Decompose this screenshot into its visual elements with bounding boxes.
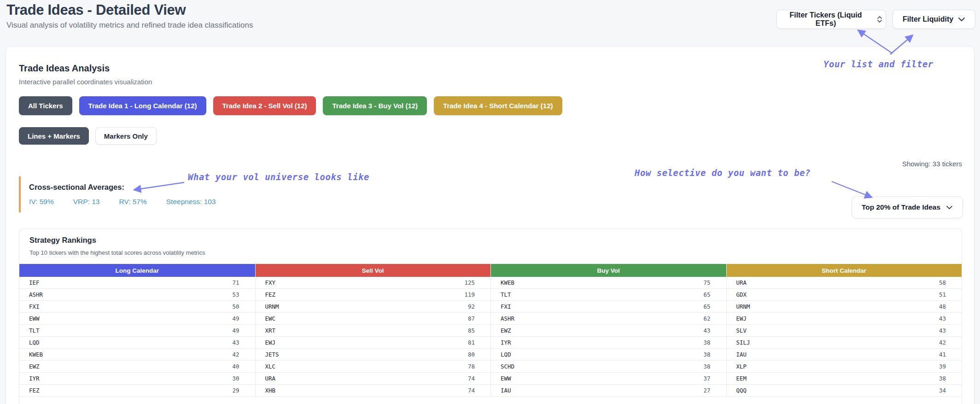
ticker-score: 39	[939, 363, 946, 370]
showing-tickers-count: Showing: 33 tickers	[902, 160, 962, 168]
ticker-score: 38	[703, 339, 710, 346]
markers-only-toggle[interactable]: Markers Only	[95, 127, 157, 145]
table-row: IAU41	[727, 349, 962, 361]
ticker-symbol: IYR	[29, 375, 40, 382]
table-row: FEZ29	[19, 385, 255, 397]
table-row: TLT49	[19, 325, 255, 337]
table-row: SILJ42	[727, 337, 962, 349]
ticker-symbol: EWJ	[265, 339, 276, 346]
ticker-score: 85	[468, 327, 475, 334]
ticker-symbol: FXY	[265, 279, 276, 286]
table-row: EWW37	[491, 373, 726, 385]
table-row: GDX51	[727, 289, 962, 301]
ticker-score: 50	[232, 303, 239, 310]
trade-idea-2-button[interactable]: Trade Idea 2 - Sell Vol (12)	[213, 96, 316, 115]
ticker-symbol: EWZ	[29, 363, 40, 370]
table-row: FXY125	[256, 277, 491, 289]
ticker-symbol: KWEB	[501, 279, 514, 286]
top-percent-dropdown[interactable]: Top 20% of Trade Ideas	[852, 196, 963, 218]
trade-idea-4-button[interactable]: Trade Idea 4 - Short Calendar (12)	[434, 96, 562, 115]
table-row: EWJ43	[727, 313, 962, 325]
ticker-score: 48	[939, 303, 946, 310]
ticker-symbol: URA	[736, 279, 747, 286]
ticker-score: 38	[703, 351, 710, 358]
ticker-symbol: URNM	[265, 303, 279, 310]
ticker-score: 53	[232, 291, 239, 298]
ticker-symbol: SILJ	[736, 339, 750, 346]
trade-idea-filter-row: All TickersTrade Idea 1 - Long Calendar …	[19, 96, 562, 115]
averages-stats-row: IV: 59%VRP: 13RV: 57%Steepness: 103	[29, 198, 216, 206]
cross-sectional-averages-box: Cross-sectional Averages: IV: 59%VRP: 13…	[19, 176, 216, 212]
table-row: QQQ34	[727, 385, 962, 397]
table-row: XLC78	[256, 361, 491, 373]
ticker-symbol: ASHR	[501, 315, 514, 322]
table-row: TLT65	[491, 289, 726, 301]
ticker-symbol: GDX	[736, 291, 747, 298]
ticker-symbol: ASHR	[29, 291, 43, 298]
ticker-score: 74	[468, 375, 475, 382]
table-row: FXI65	[491, 301, 726, 313]
table-row: XRT85	[256, 325, 491, 337]
ticker-score: 65	[703, 303, 710, 310]
ticker-score: 37	[703, 375, 710, 382]
ticker-symbol: LQD	[29, 339, 40, 346]
table-row: EWC87	[256, 313, 491, 325]
ticker-score: 43	[939, 315, 946, 322]
table-row: IYR38	[491, 337, 726, 349]
page-subtitle: Visual analysis of volatility metrics an…	[6, 21, 253, 30]
ticker-symbol: XLP	[736, 363, 747, 370]
ticker-symbol: IEF	[29, 279, 40, 286]
filter-tickers-dropdown[interactable]: Filter Tickers (Liquid ETFs)	[776, 10, 886, 29]
ticker-score: 81	[468, 339, 475, 346]
ticker-score: 75	[703, 279, 710, 286]
page-title: Trade Ideas - Detailed View	[6, 2, 186, 18]
ticker-score: 34	[939, 387, 946, 394]
lines-markers-toggle[interactable]: Lines + Markers	[19, 127, 89, 145]
strategy-rankings-card: Strategy Rankings Top 10 tickers with th…	[19, 228, 962, 404]
table-row: SLV43	[727, 325, 962, 337]
ticker-score: 43	[232, 339, 239, 346]
table-row: EWW49	[19, 313, 255, 325]
table-row: EWZ43	[491, 325, 726, 337]
table-row: IAU27	[491, 385, 726, 397]
ticker-symbol: IYR	[501, 339, 511, 346]
ticker-score: 87	[468, 315, 475, 322]
table-row: URA74	[256, 373, 491, 385]
rankings-title: Strategy Rankings	[29, 236, 96, 245]
table-row: IYR30	[19, 373, 255, 385]
ticker-score: 78	[468, 363, 475, 370]
ticker-symbol: EWW	[29, 315, 40, 322]
trade-idea-1-button[interactable]: Trade Idea 1 - Long Calendar (12)	[79, 96, 206, 115]
column-header: Long Calendar	[19, 264, 255, 277]
table-row: LQD43	[19, 337, 255, 349]
ticker-symbol: FEZ	[265, 291, 276, 298]
ticker-symbol: URNM	[736, 303, 750, 310]
ticker-symbol: EWW	[501, 375, 511, 382]
ticker-symbol: JETS	[265, 351, 279, 358]
trade-ideas-analysis-card: Trade Ideas Analysis Interactive paralle…	[6, 46, 974, 404]
table-row: EWZ40	[19, 361, 255, 373]
filter-liquidity-label: Filter Liquidity	[903, 15, 953, 23]
table-row: IEF71	[19, 277, 255, 289]
trade-idea-3-button[interactable]: Trade Idea 3 - Buy Vol (12)	[323, 96, 427, 115]
top-percent-label: Top 20% of Trade Ideas	[862, 203, 940, 211]
rankings-column-short-calendar: Short CalendarURA58GDX51URNM48EWJ43SLV43…	[726, 264, 962, 397]
table-row: ASHR53	[19, 289, 255, 301]
ticker-score: 62	[703, 315, 710, 322]
ticker-symbol: SLV	[736, 327, 747, 334]
filter-liquidity-dropdown[interactable]: Filter Liquidity	[892, 10, 975, 29]
average-stat: IV: 59%	[29, 198, 54, 206]
ticker-score: 38	[703, 363, 710, 370]
all-tickers-button[interactable]: All Tickers	[19, 96, 72, 115]
ticker-score: 71	[232, 279, 239, 286]
column-header: Sell Vol	[256, 264, 491, 277]
ticker-score: 29	[232, 387, 239, 394]
ticker-score: 80	[468, 351, 475, 358]
column-header: Buy Vol	[491, 264, 726, 277]
table-row: URA58	[727, 277, 962, 289]
ticker-score: 40	[232, 363, 239, 370]
table-row: JETS80	[256, 349, 491, 361]
table-row: XHB74	[256, 385, 491, 397]
ticker-score: 92	[468, 303, 475, 310]
ticker-score: 119	[464, 291, 475, 298]
